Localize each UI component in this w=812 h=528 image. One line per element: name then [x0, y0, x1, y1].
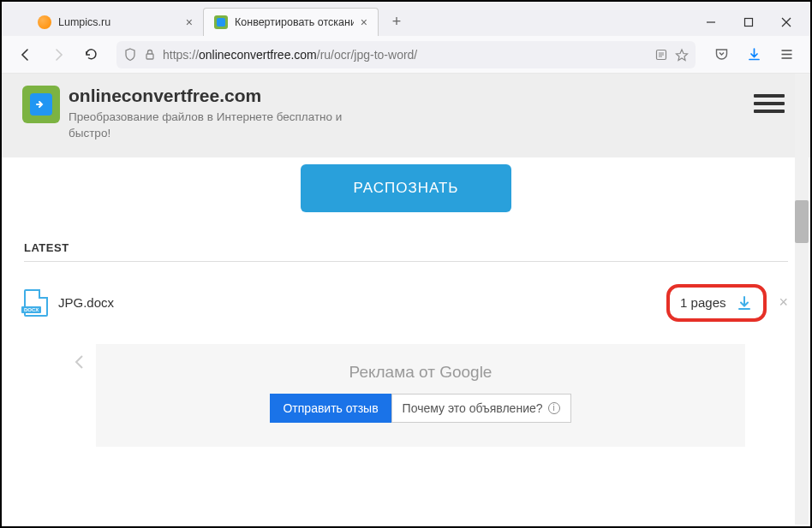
page-content: onlineconvertfree.com Преобразование фай…	[2, 74, 810, 526]
ad-why-button[interactable]: Почему это объявление?i	[391, 394, 571, 423]
url-text: https://onlineconvertfree.com/ru/ocr/jpg…	[163, 48, 648, 62]
pages-count: 1 pages	[680, 295, 725, 310]
info-icon: i	[548, 402, 560, 414]
favicon-lumpics	[38, 15, 51, 29]
site-title: onlineconvertfree.com	[69, 86, 351, 106]
new-tab-button[interactable]: +	[385, 11, 408, 33]
site-subtitle: Преобразование файлов в Интернете беспла…	[69, 110, 351, 142]
downloads-icon[interactable]	[740, 41, 767, 68]
site-logo[interactable]	[22, 86, 60, 123]
recognize-button[interactable]: РАСПОЗНАТЬ	[301, 164, 512, 212]
maximize-button[interactable]	[730, 9, 767, 36]
remove-file-icon[interactable]: ×	[779, 294, 788, 311]
window-controls	[692, 9, 810, 36]
favicon-convert	[214, 15, 228, 29]
reload-button[interactable]	[77, 41, 104, 68]
svg-rect-4	[146, 54, 153, 59]
ad-back-icon[interactable]	[70, 353, 89, 375]
pocket-icon[interactable]	[708, 41, 735, 68]
lock-icon[interactable]	[144, 49, 156, 61]
bookmark-icon[interactable]	[675, 48, 689, 62]
download-group: 1 pages	[666, 284, 767, 322]
back-button[interactable]	[12, 41, 39, 68]
tab-convert[interactable]: Конвертировать отсканирован ×	[203, 8, 379, 36]
shield-icon[interactable]	[123, 48, 137, 62]
ad-container: Реклама от Google Отправить отзыв Почему…	[96, 344, 745, 447]
close-icon[interactable]: ×	[186, 15, 193, 29]
ad-feedback-button[interactable]: Отправить отзыв	[270, 394, 391, 423]
forward-button[interactable]	[45, 41, 72, 68]
titlebar: Lumpics.ru × Конвертировать отсканирован…	[2, 2, 810, 36]
scrollbar-thumb[interactable]	[795, 200, 809, 243]
url-bar[interactable]: https://onlineconvertfree.com/ru/ocr/jpg…	[116, 41, 696, 68]
close-button[interactable]	[767, 9, 805, 36]
brand: onlineconvertfree.com Преобразование фай…	[22, 86, 351, 142]
reader-icon[interactable]	[654, 48, 668, 62]
ad-title: Реклама от Google	[96, 363, 745, 382]
tab-strip: Lumpics.ru × Конвертировать отсканирован…	[2, 8, 692, 36]
download-icon[interactable]	[736, 294, 753, 311]
docx-file-icon: DOCX	[24, 289, 48, 317]
site-header: onlineconvertfree.com Преобразование фай…	[2, 74, 810, 157]
file-name: JPG.docx	[58, 295, 114, 310]
tab-title: Конвертировать отсканирован	[235, 16, 354, 28]
svg-rect-1	[745, 19, 753, 27]
hamburger-menu[interactable]	[754, 94, 785, 113]
minimize-button[interactable]	[692, 9, 730, 36]
file-row: DOCX JPG.docx 1 pages ×	[24, 262, 788, 344]
tab-title: Lumpics.ru	[58, 16, 179, 28]
vertical-scrollbar[interactable]	[795, 74, 809, 525]
latest-heading: LATEST	[24, 234, 788, 262]
menu-icon[interactable]	[773, 41, 800, 68]
toolbar: https://onlineconvertfree.com/ru/ocr/jpg…	[2, 36, 810, 74]
tab-lumpics[interactable]: Lumpics.ru ×	[27, 9, 203, 36]
close-icon[interactable]: ×	[361, 15, 367, 29]
